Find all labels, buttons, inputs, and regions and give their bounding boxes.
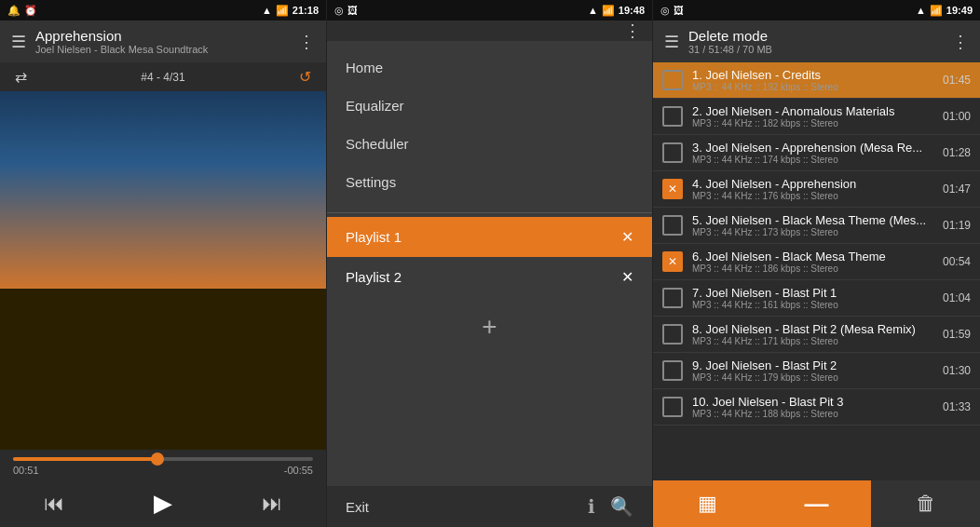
hamburger-icon[interactable] bbox=[11, 32, 26, 52]
track-item: 3. Joel Nielsen - Apprehension (Mesa Re.… bbox=[653, 135, 980, 171]
status-right-3: ▲ 📶 19:49 bbox=[916, 5, 973, 17]
track-checkbox-6[interactable] bbox=[662, 251, 683, 272]
list-subtitle: 31 / 51:48 / 70 MB bbox=[688, 44, 772, 55]
track-checkbox-1[interactable] bbox=[662, 70, 683, 90]
track-checkbox-5[interactable] bbox=[662, 215, 683, 236]
track-item: 8. Joel Nielsen - Blast Pit 2 (Mesa Remi… bbox=[653, 317, 980, 353]
skip-prev-button[interactable] bbox=[31, 492, 77, 516]
track-info-block: 10. Joel Nielsen - Blast Pit 3MP3 :: 44 … bbox=[692, 395, 935, 419]
progress-bar-fill bbox=[13, 457, 157, 461]
menu-item-settings[interactable]: Settings bbox=[327, 163, 652, 201]
track-duration: 01:45 bbox=[943, 74, 971, 87]
delete-button[interactable]: 🗑 bbox=[871, 480, 980, 527]
player-header: Apprehension Joel Nielsen - Black Mesa S… bbox=[0, 20, 326, 62]
location-icon-3: ◎ bbox=[660, 5, 670, 17]
track-item: 9. Joel Nielsen - Blast Pit 2MP3 :: 44 K… bbox=[653, 353, 980, 389]
track-duration: 01:04 bbox=[943, 291, 971, 304]
alarm-icon: ⏰ bbox=[24, 5, 37, 17]
track-duration: 01:59 bbox=[943, 328, 971, 341]
skip-next-button[interactable] bbox=[249, 492, 295, 516]
track-name: 8. Joel Nielsen - Blast Pit 2 (Mesa Remi… bbox=[692, 322, 935, 336]
player-title: Apprehension bbox=[35, 28, 208, 44]
track-meta: MP3 :: 44 KHz :: 179 kbps :: Stereo bbox=[692, 372, 935, 383]
track-position: #4 - 4/31 bbox=[141, 71, 184, 84]
menu-footer: Exit ℹ 🔍 bbox=[327, 486, 652, 527]
track-name: 1. Joel Nielsen - Credits bbox=[692, 68, 935, 82]
track-duration: 01:28 bbox=[943, 146, 971, 159]
track-duration: 01:30 bbox=[943, 364, 971, 377]
progress-bar-track[interactable] bbox=[13, 457, 313, 461]
album-art bbox=[0, 91, 326, 450]
list-footer: ▦ — 🗑 bbox=[653, 480, 980, 527]
info-icon[interactable]: ℹ bbox=[588, 495, 595, 518]
playlist-2-label: Playlist 2 bbox=[346, 269, 402, 285]
track-checkbox-2[interactable] bbox=[662, 106, 683, 127]
play-button[interactable] bbox=[140, 489, 186, 518]
track-item: 7. Joel Nielsen - Blast Pit 1MP3 :: 44 K… bbox=[653, 280, 980, 317]
status-right-2: ▲ 📶 19:48 bbox=[588, 5, 645, 17]
delete-selected-button[interactable]: — bbox=[762, 480, 871, 527]
track-checkbox-10[interactable] bbox=[662, 397, 683, 417]
signal-icon-3: 📶 bbox=[930, 5, 943, 17]
track-meta: MP3 :: 44 KHz :: 171 kbps :: Stereo bbox=[692, 336, 935, 346]
menu-header bbox=[327, 20, 652, 41]
progress-thumb[interactable] bbox=[151, 453, 164, 466]
track-info-block: 3. Joel Nielsen - Apprehension (Mesa Re.… bbox=[692, 141, 935, 165]
time-remaining: -00:55 bbox=[284, 465, 313, 476]
track-meta: MP3 :: 44 KHz :: 161 kbps :: Stereo bbox=[692, 300, 935, 310]
search-icon[interactable]: 🔍 bbox=[610, 495, 633, 518]
track-checkbox-9[interactable] bbox=[662, 360, 683, 381]
playlist-1-label: Playlist 1 bbox=[346, 229, 402, 245]
player-controls-bottom bbox=[0, 480, 326, 527]
menu-item-scheduler[interactable]: Scheduler bbox=[327, 125, 652, 163]
status-time-3: 19:49 bbox=[946, 5, 973, 16]
track-info-block: 8. Joel Nielsen - Blast Pit 2 (Mesa Remi… bbox=[692, 322, 935, 346]
list-header-left: Delete mode 31 / 51:48 / 70 MB bbox=[664, 28, 772, 55]
menu-list: Home Equalizer Scheduler Settings bbox=[327, 41, 652, 209]
track-item: 1. Joel Nielsen - CreditsMP3 :: 44 KHz :… bbox=[653, 62, 980, 99]
menu-dots-icon[interactable] bbox=[624, 20, 641, 41]
select-all-icon: ▦ bbox=[698, 492, 717, 516]
track-duration: 01:00 bbox=[943, 110, 971, 123]
wifi-icon-2: ▲ bbox=[588, 5, 598, 16]
track-meta: MP3 :: 44 KHz :: 176 kbps :: Stereo bbox=[692, 191, 935, 201]
wifi-icon-3: ▲ bbox=[916, 5, 926, 16]
list-hamburger-icon[interactable] bbox=[664, 32, 679, 52]
track-checkbox-8[interactable] bbox=[662, 324, 683, 345]
track-info-block: 1. Joel Nielsen - CreditsMP3 :: 44 KHz :… bbox=[692, 68, 935, 92]
track-name: 5. Joel Nielsen - Black Mesa Theme (Mes.… bbox=[692, 213, 935, 227]
track-name: 9. Joel Nielsen - Blast Pit 2 bbox=[692, 358, 935, 372]
status-time-1: 21:18 bbox=[293, 5, 319, 16]
track-meta: MP3 :: 44 KHz :: 173 kbps :: Stereo bbox=[692, 227, 935, 237]
trash-icon: 🗑 bbox=[916, 492, 936, 516]
playlist-2-close-icon[interactable]: ✕ bbox=[621, 268, 633, 286]
list-dots-icon[interactable] bbox=[952, 32, 969, 52]
time-current: 00:51 bbox=[13, 465, 39, 476]
status-time-2: 19:48 bbox=[619, 5, 645, 16]
shuffle-icon[interactable]: ⇄ bbox=[15, 68, 27, 86]
track-checkbox-7[interactable] bbox=[662, 288, 683, 308]
track-item: 5. Joel Nielsen - Black Mesa Theme (Mes.… bbox=[653, 208, 980, 244]
track-duration: 00:54 bbox=[943, 255, 971, 268]
track-checkbox-4[interactable] bbox=[662, 179, 683, 199]
track-meta: MP3 :: 44 KHz :: 186 kbps :: Stereo bbox=[692, 264, 935, 274]
track-name: 7. Joel Nielsen - Blast Pit 1 bbox=[692, 286, 935, 300]
playlist-section: Playlist 1 ✕ Playlist 2 ✕ + bbox=[327, 217, 652, 486]
repeat-icon[interactable]: ↺ bbox=[299, 68, 311, 86]
menu-item-home[interactable]: Home bbox=[327, 48, 652, 87]
playlist-item-2[interactable]: Playlist 2 ✕ bbox=[327, 257, 652, 297]
overflow-menu-icon[interactable] bbox=[298, 32, 315, 52]
playlist-item-1[interactable]: Playlist 1 ✕ bbox=[327, 217, 652, 257]
playlist-1-close-icon[interactable]: ✕ bbox=[621, 228, 633, 246]
select-all-button[interactable]: ▦ bbox=[653, 480, 762, 527]
track-checkbox-3[interactable] bbox=[662, 142, 683, 163]
exit-button[interactable]: Exit bbox=[346, 499, 369, 515]
track-meta: MP3 :: 44 KHz :: 192 kbps :: Stereo bbox=[692, 82, 935, 92]
add-playlist-button[interactable]: + bbox=[327, 297, 652, 357]
status-bar-2: ◎ 🖼 ▲ 📶 19:48 bbox=[327, 0, 652, 20]
status-bar-1: 🔔 ⏰ ▲ 📶 21:18 bbox=[0, 0, 326, 20]
status-left-1: 🔔 ⏰ bbox=[7, 5, 37, 17]
track-name: 2. Joel Nielsen - Anomalous Materials bbox=[692, 104, 935, 118]
city-skyline bbox=[0, 289, 326, 450]
menu-item-equalizer[interactable]: Equalizer bbox=[327, 87, 652, 125]
